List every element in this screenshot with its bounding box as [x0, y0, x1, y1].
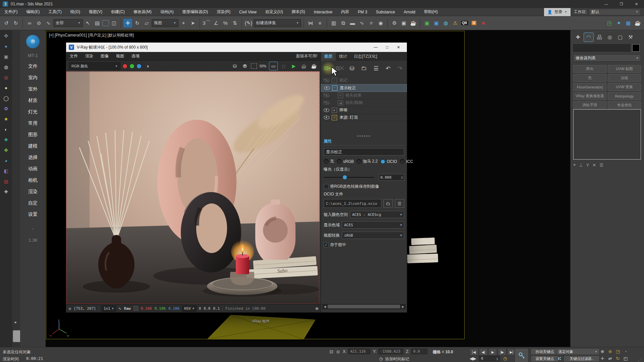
- modifier-list-dropdown[interactable]: 修改器列表 ▼: [573, 54, 641, 62]
- sidebar-item-shapes[interactable]: 图形: [28, 132, 38, 138]
- rail-sphere-blue-icon[interactable]: ●: [2, 43, 10, 50]
- walk-through-icon[interactable]: ⇌: [607, 355, 613, 361]
- workspace-dropdown[interactable]: 默认 ▼: [589, 9, 641, 15]
- vray-frame-buffer-icon[interactable]: ▦: [624, 19, 633, 27]
- input-colorspace-dropdown[interactable]: ACES - ACEScg▼: [350, 211, 404, 218]
- plugin-green-icon[interactable]: ▣: [423, 19, 431, 27]
- x-coordinate-field[interactable]: 421.116: [348, 349, 370, 354]
- radio-none[interactable]: [324, 159, 329, 164]
- ocio-menu-icon[interactable]: ☰: [395, 199, 404, 208]
- menu-animation[interactable]: 动画(A): [156, 8, 178, 16]
- new-version-link[interactable]: 新版本可用!: [296, 53, 321, 59]
- menu-modifiers[interactable]: 修改器(M): [129, 8, 156, 16]
- save-image-icon[interactable]: ⛁: [231, 62, 239, 70]
- ocio-path-field[interactable]: C:\aces_1.2\config.ocio: [324, 199, 381, 208]
- object-name-field[interactable]: [573, 44, 630, 52]
- previous-frame-icon[interactable]: ◀|: [479, 348, 488, 356]
- selection-filter-dropdown[interactable]: 全部 ▼: [53, 19, 83, 27]
- auto-key-button[interactable]: 自动关键点: [531, 348, 559, 355]
- civil-view-ring-icon[interactable]: ◍: [441, 19, 450, 27]
- redo-layers-icon[interactable]: ↷: [395, 62, 406, 74]
- render-teapot-pause-icon[interactable]: ☕: [300, 62, 308, 70]
- vfb-titlebar[interactable]: V V-Ray 帧缓冲区 - [100.0% of 800 x 800] — □…: [66, 43, 407, 52]
- angle-snap-icon[interactable]: ∠: [212, 19, 220, 27]
- select-and-move-icon[interactable]: ✛: [123, 19, 132, 27]
- current-frame-field[interactable]: 0 ▲▼: [479, 356, 500, 361]
- rail-leaf-icon[interactable]: ✤: [2, 146, 10, 154]
- vfb-menu-options[interactable]: 选项: [128, 53, 143, 59]
- add-time-tag[interactable]: 添加时间标记: [385, 356, 409, 362]
- menu-interactive[interactable]: Interactive: [309, 8, 336, 16]
- plugin-blue-icon[interactable]: ▣: [432, 19, 441, 27]
- select-and-rotate-icon[interactable]: ↻: [133, 19, 142, 27]
- rail-box-icon[interactable]: ▣: [2, 53, 10, 60]
- display-colorspace-dropdown[interactable]: ACES▼: [342, 221, 404, 229]
- edit-named-selection-sets-icon[interactable]: {✎}: [244, 19, 253, 27]
- panel-hscrollbar[interactable]: ◀ ▶: [322, 304, 406, 309]
- menu-tools[interactable]: 工具(T): [44, 8, 66, 16]
- go-to-start-icon[interactable]: |◀: [470, 348, 478, 356]
- menu-help[interactable]: 帮助(H): [420, 8, 442, 16]
- ground-plane-object[interactable]: [201, 311, 319, 340]
- tab-display[interactable]: ▢: [615, 33, 625, 42]
- rail-torus-icon[interactable]: ◎: [2, 74, 10, 81]
- channel-dropdown[interactable]: RGB 颜色 ▼: [69, 62, 120, 70]
- radio-gamma[interactable]: [357, 159, 362, 164]
- menu-customize[interactable]: 自定义(U): [261, 8, 287, 16]
- render-last-icon[interactable]: ◻: [280, 62, 288, 70]
- save-all-channels-icon[interactable]: ⛃: [241, 62, 249, 70]
- visibility-eye-icon[interactable]: [324, 78, 329, 82]
- mono-channel-icon[interactable]: ◑: [144, 62, 152, 70]
- select-object-icon[interactable]: ↖: [84, 19, 92, 27]
- vfb-menu-view[interactable]: 视图: [112, 53, 128, 59]
- rail-expand-arrow[interactable]: ▸: [13, 319, 19, 325]
- sidebar-item-modeling[interactable]: 建模: [28, 143, 38, 149]
- key-filters-button[interactable]: 关键点过滤器..: [564, 355, 600, 362]
- zoom-icon[interactable]: ⊕: [599, 348, 606, 354]
- selection-region-icon[interactable]: ⊡: [328, 349, 335, 355]
- spinner-snap-icon[interactable]: ⇅: [230, 19, 239, 27]
- window-crossing-icon[interactable]: ◫: [110, 19, 118, 27]
- maximize-viewport-icon[interactable]: ◰: [622, 355, 629, 361]
- sidebar-item-cameras[interactable]: 相机: [28, 177, 38, 183]
- menu-group[interactable]: 组(G): [66, 8, 85, 16]
- close-icon[interactable]: ✕: [629, 0, 644, 8]
- layer-row-denoise[interactable]: ◐ 降噪: [321, 107, 407, 114]
- scene-explorer-icon[interactable]: ▥: [329, 19, 338, 27]
- view-transform-dropdown[interactable]: sRGB▼: [342, 232, 404, 239]
- named-selection-sets-dropdown[interactable]: 创建选择集 ▼: [254, 19, 301, 27]
- sidebar-item-selection[interactable]: 选择: [28, 155, 38, 161]
- sidebar-item-settings[interactable]: 设置: [28, 212, 38, 218]
- remove-modifier-icon[interactable]: ✕: [592, 163, 596, 168]
- zoom-ratio-icon[interactable]: 50%: [259, 62, 267, 70]
- modifier-stack-list[interactable]: [573, 109, 641, 160]
- radio-srgb[interactable]: [337, 159, 342, 164]
- rail-cylinder-icon[interactable]: ◍: [2, 63, 10, 71]
- bind-to-spacewarp-icon[interactable]: ∿: [44, 19, 53, 27]
- menu-civil-view[interactable]: Civil View: [235, 8, 261, 16]
- tab-utilities[interactable]: ⚒: [626, 33, 635, 42]
- rail-helix-icon[interactable]: ✿: [2, 105, 10, 112]
- vray-render-icon[interactable]: ☕: [633, 19, 642, 27]
- sidebar-item-animation[interactable]: 动画: [28, 166, 38, 172]
- blue-channel-icon[interactable]: [137, 64, 142, 69]
- vray-toolbar-icon[interactable]: ◳: [605, 19, 614, 27]
- key-filters-icon[interactable]: ⑆: [556, 355, 563, 361]
- tab-stats[interactable]: 统计: [336, 52, 351, 61]
- region-render-icon[interactable]: [251, 63, 257, 69]
- rail-box-red-icon[interactable]: ▤: [2, 178, 10, 185]
- rectangular-selection-region-icon[interactable]: [102, 20, 109, 26]
- u-plugin-icon[interactable]: U: [470, 19, 478, 27]
- field-of-view-icon[interactable]: ◔: [622, 348, 629, 354]
- use-pivot-center-icon[interactable]: ⌖: [179, 19, 188, 27]
- material-editor-icon[interactable]: ◉: [376, 19, 385, 27]
- modifier-shell-button[interactable]: 壳: [573, 74, 606, 82]
- qr-icon[interactable]: QR: [460, 19, 469, 27]
- tab-motion[interactable]: ◎: [605, 33, 614, 42]
- key-mode-toggle-icon[interactable]: ◀▶: [470, 355, 476, 361]
- redo-icon[interactable]: ↻: [11, 19, 20, 27]
- rail-snowflake-icon[interactable]: ❖: [2, 136, 10, 143]
- pin-stack-icon[interactable]: ⌖: [573, 162, 576, 168]
- menu-rendering[interactable]: 渲染(R): [212, 8, 235, 16]
- tab-hierarchy[interactable]: 品: [595, 33, 604, 42]
